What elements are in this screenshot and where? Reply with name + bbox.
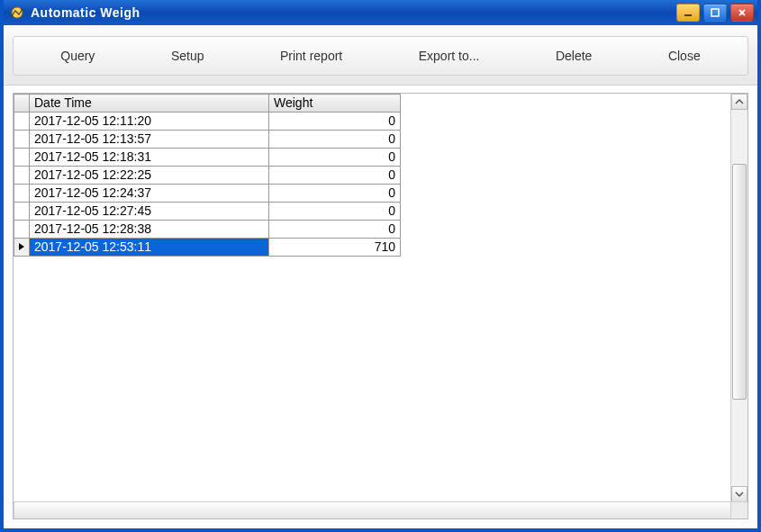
cell-datetime[interactable]: 2017-12-05 12:11:20 — [30, 113, 269, 131]
current-row-icon — [17, 242, 26, 251]
column-header-weight[interactable]: Weight — [269, 95, 401, 113]
query-button[interactable]: Query — [48, 43, 107, 68]
table-row[interactable]: 2017-12-05 12:11:200 — [14, 113, 401, 131]
cell-weight[interactable]: 0 — [269, 185, 401, 203]
scrollbar-track[interactable] — [731, 110, 747, 486]
maximize-icon — [710, 7, 720, 18]
vertical-scrollbar[interactable] — [730, 94, 747, 502]
chevron-up-icon — [735, 97, 744, 106]
cell-weight[interactable]: 710 — [269, 239, 401, 257]
close-icon — [737, 7, 747, 18]
export-to-button[interactable]: Export to... — [406, 43, 493, 68]
data-grid[interactable]: Date Time Weight 2017-12-05 12:11:200201… — [13, 93, 748, 519]
table-row[interactable]: 2017-12-05 12:53:11710 — [14, 239, 401, 257]
window-title: Automatic Weigh — [31, 5, 140, 20]
cell-datetime[interactable]: 2017-12-05 12:27:45 — [30, 203, 269, 221]
scroll-up-button[interactable] — [731, 94, 747, 110]
window-frame: Automatic Weigh Query Setup Print report… — [0, 0, 761, 532]
cell-weight[interactable]: 0 — [269, 113, 401, 131]
scroll-down-button[interactable] — [731, 486, 747, 502]
setup-button[interactable]: Setup — [159, 43, 217, 68]
delete-button[interactable]: Delete — [543, 43, 604, 68]
toolbar: Query Setup Print report Export to... De… — [13, 36, 748, 76]
table-row[interactable]: 2017-12-05 12:27:450 — [14, 203, 401, 221]
minimize-icon — [683, 7, 693, 18]
cell-datetime[interactable]: 2017-12-05 12:24:37 — [30, 185, 269, 203]
table-row[interactable]: 2017-12-05 12:22:250 — [14, 167, 401, 185]
cell-datetime[interactable]: 2017-12-05 12:18:31 — [30, 149, 269, 167]
table-row[interactable]: 2017-12-05 12:28:380 — [14, 221, 401, 239]
horizontal-scrollbar[interactable] — [14, 501, 747, 518]
scrollbar-corner — [730, 501, 747, 518]
svg-rect-2 — [711, 9, 719, 16]
minimize-button[interactable] — [676, 4, 700, 22]
close-button[interactable]: Close — [656, 43, 713, 68]
cell-weight[interactable]: 0 — [269, 167, 401, 185]
row-indicator — [14, 221, 30, 239]
cell-weight[interactable]: 0 — [269, 131, 401, 149]
content-area: Date Time Weight 2017-12-05 12:11:200201… — [4, 86, 757, 528]
chevron-down-icon — [735, 490, 744, 499]
row-indicator — [14, 185, 30, 203]
row-indicator — [14, 167, 30, 185]
row-indicator — [14, 149, 30, 167]
row-indicator — [14, 239, 30, 257]
row-indicator — [14, 131, 30, 149]
cell-datetime[interactable]: 2017-12-05 12:53:11 — [30, 239, 269, 257]
cell-datetime[interactable]: 2017-12-05 12:22:25 — [30, 167, 269, 185]
cell-datetime[interactable]: 2017-12-05 12:28:38 — [30, 221, 269, 239]
scrollbar-thumb[interactable] — [732, 164, 747, 400]
row-indicator — [14, 113, 30, 131]
cell-datetime[interactable]: 2017-12-05 12:13:57 — [30, 131, 269, 149]
maximize-button[interactable] — [703, 4, 727, 22]
title-bar[interactable]: Automatic Weigh — [4, 0, 757, 25]
toolbar-area: Query Setup Print report Export to... De… — [4, 25, 757, 86]
cell-weight[interactable]: 0 — [269, 221, 401, 239]
close-window-button[interactable] — [730, 4, 754, 22]
row-indicator-header — [14, 95, 30, 113]
app-icon — [9, 5, 25, 21]
table-row[interactable]: 2017-12-05 12:13:570 — [14, 131, 401, 149]
cell-weight[interactable]: 0 — [269, 203, 401, 221]
column-header-datetime[interactable]: Date Time — [30, 95, 269, 113]
cell-weight[interactable]: 0 — [269, 149, 401, 167]
table-row[interactable]: 2017-12-05 12:18:310 — [14, 149, 401, 167]
svg-rect-1 — [684, 14, 692, 16]
row-indicator — [14, 203, 30, 221]
table-row[interactable]: 2017-12-05 12:24:370 — [14, 185, 401, 203]
print-report-button[interactable]: Print report — [267, 43, 355, 68]
